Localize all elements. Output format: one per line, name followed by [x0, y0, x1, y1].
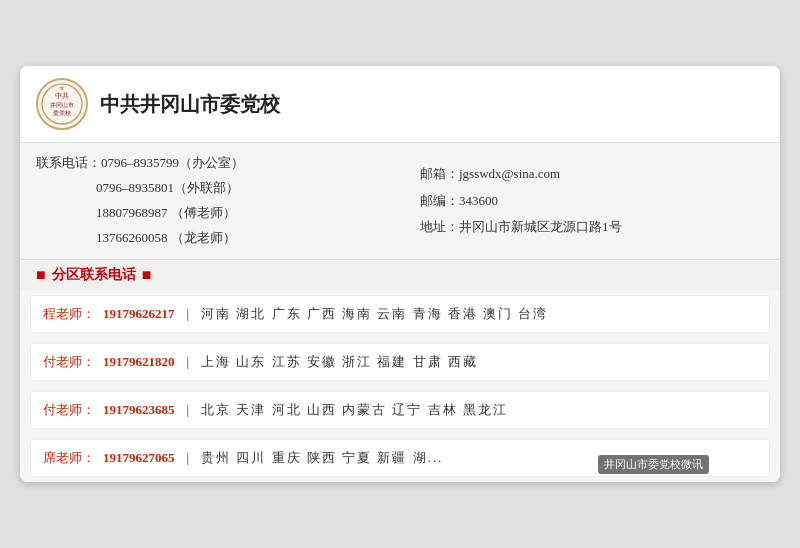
areas-1: 上海 山东 江苏 安徽 浙江 福建 甘肃 西藏: [201, 353, 478, 371]
header-title: 中共井冈山市委党校: [100, 91, 280, 118]
address-row: 地址：井冈山市新城区龙源口路1号: [420, 217, 764, 238]
phone-3: 19179627065: [103, 450, 175, 466]
zip-value: 343600: [459, 193, 498, 208]
email-row: 邮箱：jgsswdx@sina.com: [420, 164, 764, 185]
contact-label-1: 联系电话：: [36, 155, 101, 170]
contact-left: 联系电话：0796–8935799（办公室） 0796–8935801（外联部）…: [36, 153, 400, 248]
contact-indent: 0796–8935801（外联部）: [36, 180, 239, 195]
contact-row-3: 18807968987 （傅老师）: [36, 203, 400, 224]
email-value: jgsswdx@sina.com: [459, 166, 560, 181]
red-dash-right: ■: [142, 266, 152, 284]
email-label: 邮箱：: [420, 166, 459, 181]
teacher-1: 付老师：: [43, 353, 95, 371]
contact-value-1: 0796–8935799（办公室）: [101, 155, 244, 170]
sep-3: |: [187, 450, 190, 466]
red-dash-left: ■: [36, 266, 46, 284]
contact-row-2: 0796–8935801（外联部）: [36, 178, 400, 199]
sep-0: |: [187, 306, 190, 322]
region-rows: 程老师： 19179626217 | 河南 湖北 广东 广西 海南 云南 青海 …: [20, 290, 780, 482]
teacher-3: 席老师：: [43, 449, 95, 467]
logo-svg: 中共 井冈山市 委党校: [40, 82, 84, 126]
sep-1: |: [187, 354, 190, 370]
areas-2: 北京 天津 河北 山西 内蒙古 辽宁 吉林 黑龙江: [201, 401, 508, 419]
teacher-0: 程老师：: [43, 305, 95, 323]
main-card: 中共 井冈山市 委党校 中共井冈山市委党校 联系电话：0796–8935799（…: [20, 66, 780, 481]
region-row-1: 付老师： 19179621820 | 上海 山东 江苏 安徽 浙江 福建 甘肃 …: [30, 343, 770, 381]
region-row-0: 程老师： 19179626217 | 河南 湖北 广东 广西 海南 云南 青海 …: [30, 295, 770, 333]
svg-text:井冈山市: 井冈山市: [50, 101, 74, 108]
contact-indent2: 18807968987 （傅老师）: [36, 205, 236, 220]
region-row-2: 付老师： 19179623685 | 北京 天津 河北 山西 内蒙古 辽宁 吉林…: [30, 391, 770, 429]
contact-right: 邮箱：jgsswdx@sina.com 邮编：343600 地址：井冈山市新城区…: [400, 153, 764, 248]
contact-section: 联系电话：0796–8935799（办公室） 0796–8935801（外联部）…: [20, 143, 780, 259]
header: 中共 井冈山市 委党校 中共井冈山市委党校: [20, 66, 780, 143]
areas-0: 河南 湖北 广东 广西 海南 云南 青海 香港 澳门 台湾: [201, 305, 548, 323]
contact-row-4: 13766260058 （龙老师）: [36, 228, 400, 249]
zip-label: 邮编：: [420, 193, 459, 208]
phone-2: 19179623685: [103, 402, 175, 418]
svg-text:委党校: 委党校: [53, 109, 71, 116]
address-value: 井冈山市新城区龙源口路1号: [459, 219, 622, 234]
areas-3: 贵州 四川 重庆 陕西 宁夏 新疆 湖...: [201, 449, 443, 467]
address-label: 地址：: [420, 219, 459, 234]
svg-text:中共: 中共: [55, 92, 69, 100]
contact-indent3: 13766260058 （龙老师）: [36, 230, 236, 245]
section-header: ■ 分区联系电话 ■: [20, 260, 780, 290]
region-row-3: 席老师： 19179627065 | 贵州 四川 重庆 陕西 宁夏 新疆 湖..…: [30, 439, 770, 477]
section-header-text: 分区联系电话: [52, 266, 136, 284]
zip-row: 邮编：343600: [420, 191, 764, 212]
phone-1: 19179621820: [103, 354, 175, 370]
phone-0: 19179626217: [103, 306, 175, 322]
sep-2: |: [187, 402, 190, 418]
logo: 中共 井冈山市 委党校: [36, 78, 88, 130]
teacher-2: 付老师：: [43, 401, 95, 419]
contact-row-1: 联系电话：0796–8935799（办公室）: [36, 153, 400, 174]
watermark-badge: 井冈山市委党校微讯: [598, 455, 709, 474]
